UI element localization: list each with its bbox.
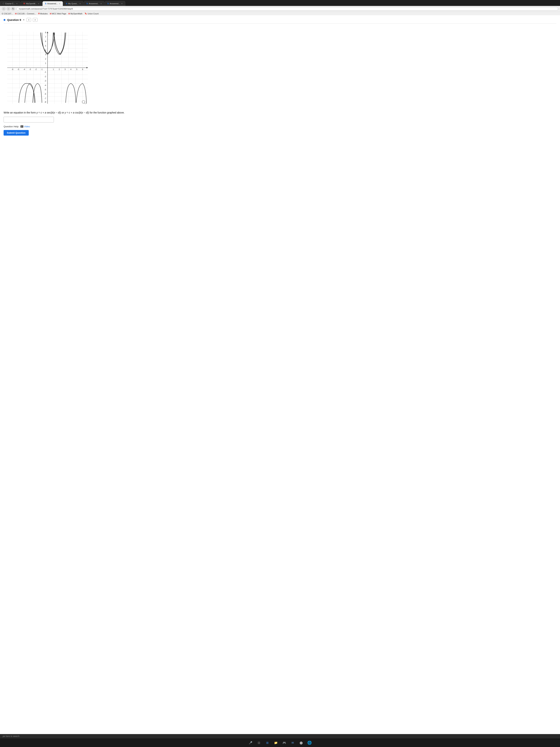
tab-myquest[interactable]: b My Quest... ✕ (63, 1, 84, 6)
taskbar-files[interactable]: 📁 (273, 740, 279, 746)
bookmark-mcc-icon: M (50, 12, 51, 15)
tab-answered1-close[interactable]: ✕ (59, 3, 60, 5)
bookmark-modules-icon: ✿ (38, 12, 40, 15)
tab-myquest-close[interactable]: ✕ (79, 3, 81, 5)
bookmark-csc105-icon: M (15, 12, 17, 15)
tab-bar: C Course C... ✕ M MyOpenM... ✕ b Answere… (0, 0, 560, 6)
svg-text:-1: -1 (45, 71, 46, 73)
svg-text:2: 2 (59, 68, 60, 70)
address-bar[interactable]: myopenmath.com/assess2/?cid=72767&aid=51… (17, 7, 558, 10)
svg-text:1: 1 (53, 68, 54, 70)
back-button[interactable]: ‹ (2, 7, 6, 11)
svg-text:-5: -5 (45, 88, 46, 91)
svg-text:6: 6 (45, 40, 46, 42)
tab-myquest-icon: b (66, 2, 67, 5)
tab-course-icon: C (3, 2, 4, 5)
tab-answered3[interactable]: b Answered... ✕ (105, 1, 125, 6)
tab-myopenmath[interactable]: M MyOpenM... ✕ (21, 1, 42, 6)
svg-text:6: 6 (82, 68, 83, 70)
taskbar-chrome[interactable]: 🌐 (307, 740, 313, 746)
graph-container: -6 -5 -4 -3 -2 -1 1 2 3 4 5 6 8 7 6 5 4 … (4, 28, 90, 105)
taskbar-mic[interactable]: 🎤 (248, 740, 254, 746)
page-content: Question 9 ▼ < > (0, 15, 560, 734)
svg-text:-5: -5 (18, 68, 19, 70)
svg-text:3: 3 (64, 68, 66, 70)
taskbar-apps[interactable]: 🎮 (282, 740, 287, 746)
forward-button[interactable]: › (6, 7, 10, 11)
svg-text:1: 1 (45, 62, 46, 64)
svg-text:4: 4 (70, 68, 72, 70)
tab-answered1[interactable]: b Answered... ✕ (42, 1, 63, 6)
submit-question-button[interactable]: Submit Question (4, 130, 29, 135)
bookmark-csc105-label: CSC105 – Connect... (17, 12, 36, 15)
svg-text:-2: -2 (45, 75, 46, 78)
bookmark-modules[interactable]: ✿ Modules (38, 12, 48, 15)
svg-text:3: 3 (45, 53, 46, 56)
nav-buttons: ‹ › ↻ (2, 7, 15, 11)
tab-answered3-icon: b (108, 2, 109, 5)
bookmark-csc107-icon: C (2, 12, 3, 15)
svg-text:-6: -6 (45, 93, 46, 95)
svg-text:-7: -7 (45, 97, 46, 100)
tab-answered2[interactable]: b Answered... ✕ (84, 1, 104, 6)
taskbar-mail[interactable]: ✉ (290, 740, 296, 746)
tab-answered2-icon: b (86, 2, 88, 5)
video-icon: ▷ (21, 125, 23, 128)
tab-myquest-label: My Quest... (68, 2, 78, 5)
svg-text:-8: -8 (45, 101, 46, 103)
tab-answered2-label: Answered... (89, 2, 99, 5)
svg-text:-2: -2 (35, 68, 37, 70)
answer-input[interactable] (4, 117, 54, 123)
svg-text:-4: -4 (23, 68, 25, 70)
bookmark-csc107[interactable]: C CSC107... (2, 12, 13, 15)
bookmark-csc107-label: CSC107... (4, 12, 13, 15)
question-status-dot (4, 19, 5, 21)
taskbar-multitask[interactable]: ⊡ (256, 740, 262, 746)
bookmark-union-count-icon: 🔖 (84, 12, 87, 15)
bookmark-myopenmath[interactable]: M MyOpenMath (69, 12, 82, 15)
bookmarks-bar: C CSC107... M CSC105 – Connect... ✿ Modu… (0, 12, 560, 15)
question-dropdown[interactable]: ▼ (23, 19, 25, 21)
bookmark-mcc[interactable]: M MCC Web Page (50, 12, 66, 15)
tab-answered3-label: Answered... (110, 2, 120, 5)
question-next-button[interactable]: > (33, 18, 37, 22)
video-label: Video (24, 125, 30, 128)
taskbar-circle[interactable]: ⬤ (298, 740, 304, 746)
bookmark-union-count[interactable]: 🔖 Union Count (84, 12, 99, 15)
tab-course-label: Course C... (5, 2, 15, 5)
svg-text:-1: -1 (41, 68, 43, 70)
browser-chrome: C Course C... ✕ M MyOpenM... ✕ b Answere… (0, 0, 560, 15)
taskbar-windows[interactable]: ⊞ (265, 740, 270, 746)
address-bar-row: ‹ › ↻ myopenmath.com/assess2/?cid=72767&… (0, 6, 560, 12)
svg-text:-4: -4 (45, 84, 46, 86)
tab-myopenmath-close[interactable]: ✕ (38, 3, 39, 5)
search-placeholder-text: pe here to search (3, 735, 19, 738)
search-bar: pe here to search (0, 734, 560, 738)
tab-course-close[interactable]: ✕ (16, 3, 18, 5)
refresh-button[interactable]: ↻ (11, 7, 15, 11)
video-link[interactable]: ▷ Video (21, 125, 30, 128)
bookmark-csc105[interactable]: M CSC105 – Connect... (15, 12, 36, 15)
tab-answered2-close[interactable]: ✕ (100, 3, 102, 5)
question-help: Question Help: ▷ Video (4, 125, 556, 128)
question-title: Question 9 (7, 18, 21, 21)
bookmark-myopenmath-label: MyOpenMath (71, 12, 82, 15)
tab-answered1-label: Answered... (47, 2, 58, 5)
question-nav: Question 9 ▼ < > (4, 18, 556, 24)
svg-text:8: 8 (45, 31, 46, 33)
tab-course[interactable]: C Course C... ✕ (0, 1, 20, 6)
question-prev-button[interactable]: < (26, 18, 31, 22)
tab-answered3-close[interactable]: ✕ (121, 3, 123, 5)
tab-myopenmath-label: MyOpenM... (26, 2, 37, 5)
svg-text:-6: -6 (12, 68, 14, 70)
taskbar: 🎤 ⊡ ⊞ 📁 🎮 ✉ ⬤ 🌐 (0, 738, 560, 747)
svg-rect-0 (4, 28, 90, 105)
bookmark-mcc-label: MCC Web Page (52, 12, 66, 15)
svg-text:-3: -3 (29, 68, 31, 70)
svg-text:5: 5 (45, 45, 46, 47)
question-help-label: Question Help: (4, 125, 19, 128)
svg-text:2: 2 (45, 58, 46, 60)
svg-text:7: 7 (45, 36, 46, 38)
tab-answered1-icon: b (45, 2, 46, 5)
svg-text:5: 5 (76, 68, 77, 70)
